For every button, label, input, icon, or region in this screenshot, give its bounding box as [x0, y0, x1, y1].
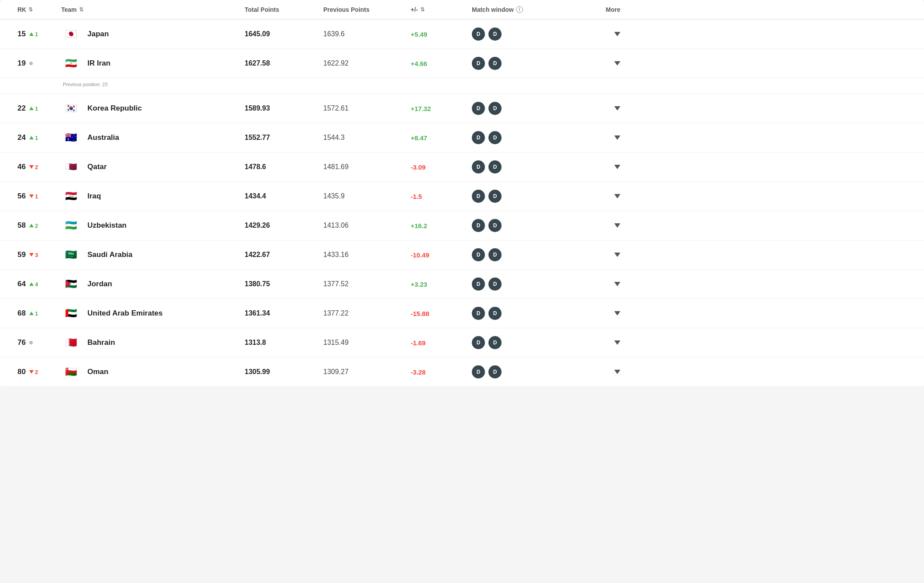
prev-points-cell: 1481.69: [323, 163, 411, 171]
match-badge[interactable]: D: [488, 102, 502, 115]
prev-points-cell: 1377.52: [323, 280, 411, 288]
match-badge[interactable]: D: [472, 102, 485, 115]
table-row: 58 2 🇺🇿 Uzbekistan 1429.26 1413.06 +16.2…: [0, 211, 924, 240]
rank-number: 15: [17, 30, 26, 38]
match-badge[interactable]: D: [488, 160, 502, 174]
more-cell[interactable]: [568, 135, 620, 140]
more-cell[interactable]: [568, 106, 620, 111]
more-cell[interactable]: [568, 253, 620, 257]
chevron-down-icon[interactable]: [614, 311, 620, 316]
header-total-points[interactable]: Total Points: [245, 6, 323, 13]
neutral-dot-icon: [29, 62, 33, 65]
rank-change-down: 3: [29, 252, 38, 258]
chevron-down-icon[interactable]: [614, 106, 620, 111]
match-badge[interactable]: D: [488, 190, 502, 203]
diff-cell: -1.69: [411, 339, 472, 347]
rank-change-val: 2: [35, 164, 38, 170]
team-cell: 🇰🇷 Korea Republic: [61, 102, 245, 115]
match-badge[interactable]: D: [472, 160, 485, 174]
match-badge[interactable]: D: [488, 57, 502, 70]
match-badge[interactable]: D: [488, 28, 502, 41]
header-team-label: Team: [61, 6, 77, 13]
table-row: 24 1 🇦🇺 Australia 1552.77 1544.3 +8.47 D…: [0, 123, 924, 153]
team-cell: 🇦🇺 Australia: [61, 131, 245, 144]
rank-change-up: 1: [29, 310, 38, 317]
prev-pos-label: Previous position: 23: [61, 82, 107, 87]
prev-points-cell: 1435.9: [323, 192, 411, 200]
chevron-down-icon[interactable]: [614, 370, 620, 374]
sort-diff-icon[interactable]: ⇅: [420, 7, 425, 13]
more-cell[interactable]: [568, 370, 620, 374]
chevron-down-icon[interactable]: [614, 194, 620, 198]
header-more-label: More: [606, 6, 620, 13]
sort-team-icon[interactable]: ⇅: [79, 7, 83, 13]
rank-cell: 68 1: [17, 309, 61, 318]
diff-cell: +17.32: [411, 105, 472, 112]
match-window-cell: DD: [472, 131, 568, 144]
chevron-down-icon[interactable]: [614, 282, 620, 286]
header-rk-label: RK: [17, 6, 26, 13]
match-badge[interactable]: D: [472, 131, 485, 144]
table-row: 59 3 🇸🇦 Saudi Arabia 1422.67 1433.16 -10…: [0, 240, 924, 270]
team-flag: 🇺🇿: [61, 219, 80, 232]
chevron-down-icon[interactable]: [614, 61, 620, 66]
match-window-cell: DD: [472, 57, 568, 70]
match-badge[interactable]: D: [472, 336, 485, 349]
prev-points-cell: 1572.61: [323, 104, 411, 112]
chevron-down-icon[interactable]: [614, 135, 620, 140]
prev-points-cell: 1377.22: [323, 309, 411, 317]
header-team[interactable]: Team ⇅: [61, 6, 245, 13]
match-badge[interactable]: D: [472, 307, 485, 320]
match-badge[interactable]: D: [472, 57, 485, 70]
team-name: Bahrain: [87, 338, 115, 347]
total-points-cell: 1361.34: [245, 309, 323, 317]
header-diff[interactable]: +/- ⇅: [411, 6, 472, 13]
match-badge[interactable]: D: [472, 248, 485, 261]
header-match-window[interactable]: Match window i: [472, 6, 568, 13]
table-row: 19 🇮🇷 IR Iran 1627.58 1622.92 +4.66 DD: [0, 49, 924, 78]
header-prev-points[interactable]: Previous Points: [323, 6, 411, 13]
match-badge[interactable]: D: [488, 219, 502, 232]
team-cell: 🇶🇦 Qatar: [61, 160, 245, 174]
chevron-down-icon[interactable]: [614, 32, 620, 36]
more-cell[interactable]: [568, 32, 620, 36]
team-cell: 🇮🇷 IR Iran: [61, 57, 245, 70]
arrow-up-icon: [29, 312, 34, 315]
match-badge[interactable]: D: [488, 278, 502, 291]
more-cell[interactable]: [568, 311, 620, 316]
more-cell[interactable]: [568, 282, 620, 286]
team-flag: 🇦🇪: [61, 307, 80, 320]
match-badge[interactable]: D: [472, 365, 485, 378]
team-name: Korea Republic: [87, 104, 142, 113]
match-badge[interactable]: D: [488, 365, 502, 378]
rank-change-neutral: [29, 62, 33, 65]
match-badge[interactable]: D: [472, 219, 485, 232]
match-badge[interactable]: D: [488, 307, 502, 320]
more-cell[interactable]: [568, 340, 620, 345]
rank-number: 76: [17, 338, 26, 347]
match-badge[interactable]: D: [472, 278, 485, 291]
chevron-down-icon[interactable]: [614, 165, 620, 169]
header-rk[interactable]: RK ⇅: [17, 6, 61, 13]
more-cell[interactable]: [568, 61, 620, 66]
more-cell[interactable]: [568, 194, 620, 198]
chevron-down-icon[interactable]: [614, 340, 620, 345]
match-badge[interactable]: D: [472, 28, 485, 41]
chevron-down-icon[interactable]: [614, 253, 620, 257]
rank-change-val: 2: [35, 222, 38, 229]
team-cell: 🇯🇵 Japan: [61, 28, 245, 41]
match-badge[interactable]: D: [488, 248, 502, 261]
match-badge[interactable]: D: [472, 190, 485, 203]
match-badge[interactable]: D: [488, 131, 502, 144]
rankings-table: RK ⇅ Team ⇅ Total Points Previous Points…: [0, 0, 924, 387]
more-cell[interactable]: [568, 223, 620, 228]
sub-row: Previous position: 23: [0, 78, 924, 94]
rank-number: 80: [17, 368, 26, 376]
more-cell[interactable]: [568, 165, 620, 169]
match-window-info-icon[interactable]: i: [516, 6, 523, 13]
match-badge[interactable]: D: [488, 336, 502, 349]
prev-points-cell: 1309.27: [323, 368, 411, 376]
chevron-down-icon[interactable]: [614, 223, 620, 228]
arrow-up-icon: [29, 282, 34, 286]
sort-rk-icon[interactable]: ⇅: [28, 7, 33, 13]
